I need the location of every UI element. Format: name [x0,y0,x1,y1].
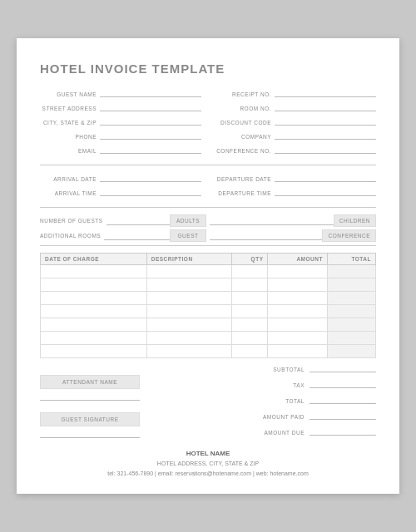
table-cell[interactable] [232,264,268,278]
summary-row: TOTAL [263,393,376,404]
left-fields-col: GUEST NAMESTREET ADDRESSCITY, STATE & ZI… [40,87,201,158]
table-cell[interactable] [41,304,147,318]
field-input[interactable] [275,116,376,126]
field-label: DISCOUNT CODE [215,120,271,126]
table-header: DATE OF CHARGE [41,253,147,264]
guest-sig-row: GUEST SIGNATURE [40,412,140,438]
date-field-row: ARRIVAL DATE [40,172,201,182]
table-cell[interactable] [327,331,375,344]
field-input[interactable] [275,130,376,140]
charge-table: DATE OF CHARGEDESCRIPTIONQTYAMOUNTTOTAL [40,253,376,358]
table-cell[interactable] [232,278,268,291]
field-row: PHONE [40,130,201,140]
summary-value[interactable] [310,425,376,436]
field-input[interactable] [275,186,376,196]
field-row: COMPANY [215,130,376,140]
summary-value[interactable] [310,393,376,404]
field-input[interactable] [100,116,201,126]
table-cell[interactable] [327,264,375,278]
table-cell[interactable] [232,304,268,318]
guest-input[interactable] [210,215,334,225]
table-row [41,331,376,344]
attendant-line[interactable] [40,389,140,401]
summary-label: SUBTOTAL [273,367,305,372]
table-cell[interactable] [327,304,375,318]
attendant-row: ATTENDANT NAME [40,375,140,401]
summary-value[interactable] [310,377,376,388]
summary-label: TAX [293,382,305,388]
field-input[interactable] [100,130,201,140]
table-cell[interactable] [146,318,231,331]
guest-shade: ADULTS [170,214,206,227]
guest-count-section: NUMBER OF GUESTSADULTSCHILDRENADDITIONAL… [40,214,376,242]
field-label: EMAIL [40,148,97,154]
field-label: COMPANY [215,134,271,140]
summary-value[interactable] [310,409,376,420]
field-row: RECEIPT NO. [215,87,376,97]
table-cell[interactable] [268,318,327,331]
field-input[interactable] [275,144,376,154]
table-row [41,344,376,357]
field-input[interactable] [100,144,201,154]
table-cell[interactable] [146,278,231,291]
guest-box: CONFERENCE [210,229,376,242]
table-cell[interactable] [232,331,268,344]
field-input[interactable] [275,87,376,97]
table-cell[interactable] [327,318,375,331]
table-cell[interactable] [268,344,327,357]
table-cell[interactable] [41,331,147,344]
field-input[interactable] [100,172,201,182]
field-input[interactable] [100,101,201,111]
right-fields-col: RECEIPT NO.ROOM NO.DISCOUNT CODECOMPANYC… [215,87,376,158]
summary-value[interactable] [310,362,376,372]
table-cell[interactable] [268,331,327,344]
table-cell[interactable] [41,278,147,291]
field-input[interactable] [275,101,376,111]
guest-sig-line[interactable] [40,426,140,438]
field-label: GUEST NAME [40,91,97,97]
footer-hotel-name: HOTEL NAME [40,448,376,460]
table-cell[interactable] [232,318,268,331]
table-cell[interactable] [268,278,327,291]
table-cell[interactable] [232,291,268,304]
table-cell[interactable] [327,344,375,357]
field-label: ARRIVAL TIME [40,190,97,196]
table-cell[interactable] [41,318,147,331]
table-cell[interactable] [41,344,147,357]
attendant-label: ATTENDANT NAME [40,375,140,389]
table-cell[interactable] [41,264,147,278]
table-cell[interactable] [327,291,375,304]
departure-col: DEPARTURE DATEDEPARTURE TIME [215,172,376,200]
table-row [41,304,376,318]
field-label: PHONE [40,134,97,140]
field-input[interactable] [100,87,201,97]
top-fields-section: GUEST NAMESTREET ADDRESSCITY, STATE & ZI… [40,87,376,158]
table-cell[interactable] [268,291,327,304]
guest-box: ADDITIONAL ROOMSGUEST [40,229,206,242]
field-input[interactable] [100,186,201,196]
field-label: ROOM NO. [215,106,271,111]
table-cell[interactable] [327,278,375,291]
table-cell[interactable] [268,304,327,318]
table-cell[interactable] [146,291,231,304]
field-input[interactable] [275,172,376,182]
table-cell[interactable] [146,304,231,318]
table-cell[interactable] [232,344,268,357]
guest-box: CHILDREN [210,214,376,227]
table-cell[interactable] [146,331,231,344]
table-cell[interactable] [146,344,231,357]
summary-label: AMOUNT DUE [264,430,305,436]
table-cell[interactable] [146,264,231,278]
guest-shade: CONFERENCE [322,229,376,242]
guest-input[interactable] [104,230,170,240]
guest-count-row: NUMBER OF GUESTSADULTSCHILDREN [40,214,376,227]
guest-input[interactable] [210,230,322,240]
table-cell[interactable] [268,264,327,278]
arrival-col: ARRIVAL DATEARRIVAL TIME [40,172,201,200]
table-header: TOTAL [327,253,375,264]
field-row: CONFERENCE NO. [215,144,376,154]
summary-label: AMOUNT PAID [263,414,305,420]
guest-input[interactable] [106,215,170,225]
field-row: EMAIL [40,144,201,154]
table-cell[interactable] [41,291,147,304]
